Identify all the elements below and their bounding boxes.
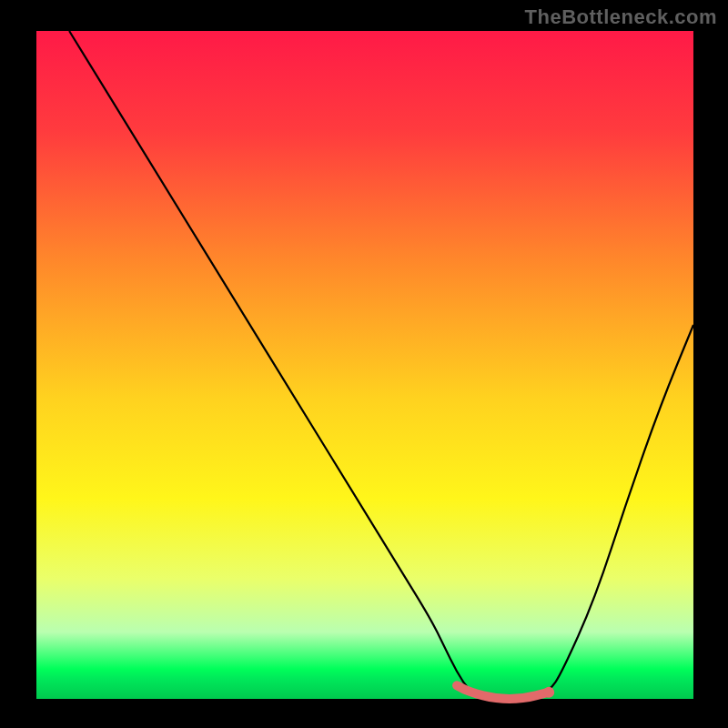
chart-container: TheBottleneck.com: [0, 0, 728, 728]
highlight-endpoint-dot: [543, 687, 554, 698]
watermark-text: TheBottleneck.com: [525, 5, 717, 29]
chart-background-gradient: [36, 31, 693, 699]
bottleneck-chart: [0, 0, 728, 728]
